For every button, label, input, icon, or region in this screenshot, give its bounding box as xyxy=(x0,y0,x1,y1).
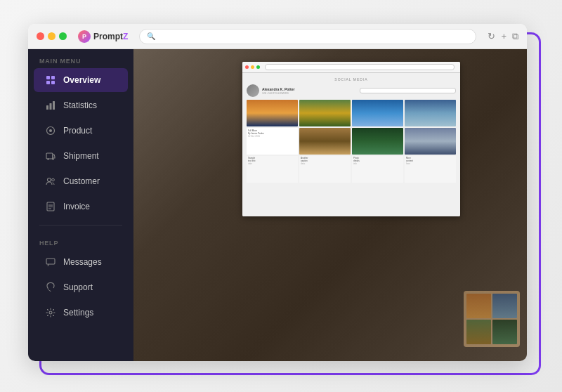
inner-chrome xyxy=(242,62,460,73)
sidebar-item-statistics[interactable]: Statistics xyxy=(34,93,128,117)
sidebar-divider xyxy=(39,225,122,226)
svg-point-13 xyxy=(52,178,55,181)
svg-rect-1 xyxy=(51,76,55,79)
profile-name: Alexandra K. Potter xyxy=(262,87,357,91)
social-profile: Alexandra K. Potter 128 • 540 FOLLOWERS xyxy=(247,84,456,97)
sidebar-item-settings[interactable]: Settings xyxy=(34,301,128,325)
photo-cell-text-1: Full MoonBy James Parker12 Nov 2021 xyxy=(247,128,298,155)
photo-text-2: Sampletext infodate xyxy=(247,156,298,183)
svg-rect-9 xyxy=(46,153,53,159)
svg-rect-6 xyxy=(53,101,55,110)
photo-cell-4 xyxy=(405,100,456,126)
settings-icon xyxy=(45,307,56,318)
svg-rect-18 xyxy=(46,259,55,264)
main-menu-label: MAIN MENU xyxy=(28,49,133,67)
sidebar-item-customer[interactable]: Customer xyxy=(34,169,128,193)
browser-nav-icons: ↻ + ⧉ xyxy=(488,31,518,42)
sidebar-item-messages-label: Messages xyxy=(63,257,102,267)
photo-cell-3 xyxy=(352,100,403,126)
dot-yellow[interactable] xyxy=(48,32,55,40)
photo-cell-1 xyxy=(247,100,298,126)
sidebar-item-customer-label: Customer xyxy=(63,176,100,186)
customer-icon xyxy=(45,176,56,187)
logo-icon: P xyxy=(78,30,91,43)
sidebar-item-shipment-label: Shipment xyxy=(63,151,99,161)
svg-rect-2 xyxy=(46,81,50,84)
svg-point-19 xyxy=(49,311,52,314)
logo-text: PromptZ xyxy=(93,32,128,41)
sidebar-item-statistics-label: Statistics xyxy=(63,100,97,110)
photo-overlay: SOCIAL MEDIA Alexandra K. Potter 128 • 5… xyxy=(133,49,527,361)
sidebar-item-product[interactable]: Product xyxy=(34,119,128,143)
photo-cell-2 xyxy=(299,100,351,126)
svg-rect-4 xyxy=(46,105,48,110)
svg-point-12 xyxy=(48,178,51,182)
sidebar-item-invoice[interactable]: Invoice xyxy=(34,195,128,218)
photo-grid: Full MoonBy James Parker12 Nov 2021 xyxy=(247,100,456,155)
browser-container: P PromptZ 🔍 ↻ + ⧉ MAIN MENU xyxy=(28,24,534,368)
overview-icon xyxy=(45,74,56,86)
inner-address-bar xyxy=(265,64,455,70)
help-label: HELP xyxy=(28,231,133,249)
sidebar-item-messages[interactable]: Messages xyxy=(34,250,128,274)
outer-wrapper: P PromptZ 🔍 ↻ + ⧉ MAIN MENU xyxy=(0,0,562,392)
sidebar-item-overview-label: Overview xyxy=(63,75,100,85)
browser-address-bar[interactable]: 🔍 xyxy=(139,29,476,44)
product-icon xyxy=(45,125,56,136)
photo-text-5: Morecontenthere xyxy=(405,156,456,183)
social-media-header: SOCIAL MEDIA xyxy=(247,77,456,81)
refresh-icon[interactable]: ↻ xyxy=(488,31,495,41)
browser-window: P PromptZ 🔍 ↻ + ⧉ MAIN MENU xyxy=(28,24,527,361)
photo-cell-6 xyxy=(299,128,351,155)
sidebar-item-settings-label: Settings xyxy=(63,308,93,318)
browser-dots xyxy=(37,32,67,40)
shipment-icon xyxy=(45,150,56,162)
photo-grid-row2: Sampletext infodate Anothercaptiondesc P… xyxy=(247,156,456,183)
browser-logo: P PromptZ xyxy=(78,30,128,43)
statistics-icon xyxy=(45,100,56,111)
new-tab-icon[interactable]: + xyxy=(501,31,507,41)
photo-text-3: Anothercaptiondesc xyxy=(299,156,351,183)
sidebar-item-overview[interactable]: Overview xyxy=(34,68,128,92)
sidebar: MAIN MENU Overview xyxy=(28,49,133,361)
inner-screen: SOCIAL MEDIA Alexandra K. Potter 128 • 5… xyxy=(242,62,460,216)
photo-cell-7 xyxy=(352,128,403,155)
sidebar-item-invoice-label: Invoice xyxy=(63,202,90,211)
browser-content: MAIN MENU Overview xyxy=(28,49,527,361)
sidebar-item-support-label: Support xyxy=(63,282,93,292)
profile-search xyxy=(360,88,456,93)
svg-point-8 xyxy=(49,129,52,132)
svg-point-10 xyxy=(47,158,48,159)
sidebar-item-support[interactable]: Support xyxy=(34,275,128,299)
dot-green[interactable] xyxy=(59,32,67,40)
sidebar-item-shipment[interactable]: Shipment xyxy=(34,144,128,168)
svg-rect-5 xyxy=(50,103,52,110)
inner-dot-yellow xyxy=(251,65,254,69)
photo-text-4: Photodetailsinfo xyxy=(352,156,403,183)
social-content: SOCIAL MEDIA Alexandra K. Potter 128 • 5… xyxy=(242,73,460,216)
share-icon[interactable]: ⧉ xyxy=(512,31,518,42)
support-icon xyxy=(45,282,56,293)
inner-dot-green xyxy=(256,65,260,69)
dot-red[interactable] xyxy=(37,32,44,40)
messages-icon xyxy=(45,256,56,268)
profile-avatar xyxy=(247,84,259,97)
svg-point-11 xyxy=(52,158,53,159)
profile-stats: 128 • 540 FOLLOWERS xyxy=(262,92,357,95)
photo-cell-8 xyxy=(405,128,456,155)
inner-dot-red xyxy=(245,65,249,69)
invoice-icon xyxy=(45,201,56,212)
sidebar-item-product-label: Product xyxy=(63,126,92,136)
svg-rect-3 xyxy=(51,81,55,84)
browser-chrome: P PromptZ 🔍 ↻ + ⧉ xyxy=(28,24,527,49)
svg-rect-0 xyxy=(46,76,50,79)
tablet-hint xyxy=(464,291,520,347)
